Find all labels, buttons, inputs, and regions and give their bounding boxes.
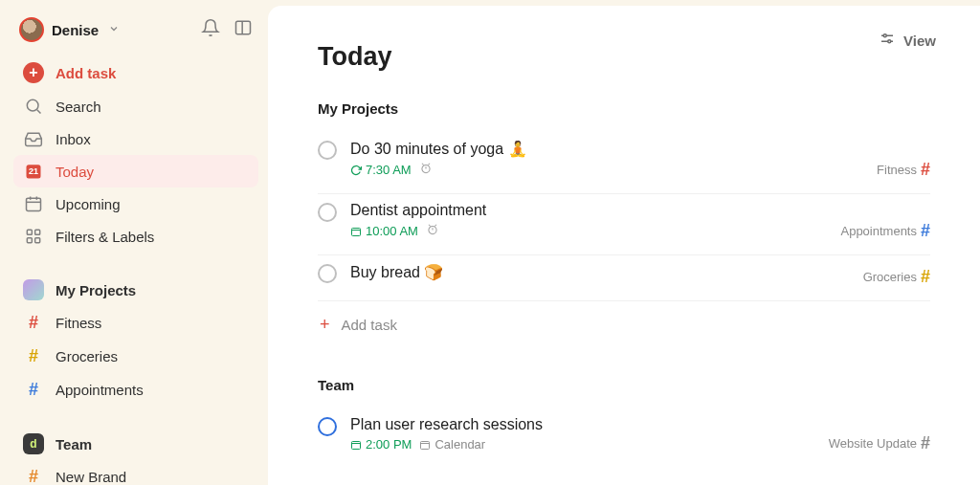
avatar: [19, 17, 44, 42]
sidebar-item-inbox[interactable]: Inbox: [13, 122, 258, 155]
view-label: View: [903, 33, 936, 49]
task-name: Do 30 minutes of yoga 🧘: [350, 140, 930, 158]
sidebar-item-label: Today: [56, 164, 94, 180]
bell-icon[interactable]: [201, 18, 220, 41]
project-groceries[interactable]: # Groceries: [13, 340, 258, 373]
alarm-icon: [426, 223, 439, 239]
task-checkbox[interactable]: [318, 417, 337, 436]
task-name: Dentist appointment: [350, 202, 930, 219]
task-group-team: Team Plan user research sessions 2:00 PM…: [318, 377, 930, 467]
link-icon: [419, 439, 431, 451]
sidebar-item-upcoming[interactable]: Upcoming: [13, 187, 258, 220]
sidebar-projects-section: My Projects # Fitness # Groceries # Appo…: [13, 274, 258, 407]
search-icon: [23, 97, 44, 116]
svg-point-17: [422, 165, 430, 173]
task-checkbox[interactable]: [318, 203, 337, 222]
sidebar-item-label: Filters & Labels: [56, 229, 154, 245]
add-task-inline[interactable]: + Add task: [318, 301, 930, 348]
group-title: My Projects: [318, 100, 930, 117]
header-icons: [201, 18, 253, 41]
user-name: Denise: [52, 22, 99, 38]
task-group-my-projects: My Projects Do 30 minutes of yoga 🧘 7:30…: [318, 100, 930, 348]
task-meta: 7:30 AM: [350, 162, 930, 178]
svg-rect-0: [236, 21, 251, 33]
hash-icon: #: [921, 221, 930, 241]
sidebar-item-label: Upcoming: [56, 196, 121, 212]
projects-header[interactable]: My Projects: [13, 274, 258, 306]
view-button[interactable]: View: [879, 31, 936, 51]
project-fitness[interactable]: # Fitness: [13, 306, 258, 340]
hash-icon: #: [921, 267, 930, 287]
svg-rect-21: [352, 228, 361, 235]
task-row[interactable]: Buy bread 🍞 Groceries #: [318, 255, 930, 301]
grid-icon: [23, 227, 44, 246]
sidebar-item-label: Inbox: [56, 131, 91, 147]
calendar-today-icon: 21: [24, 162, 43, 181]
calendar-small-icon: [350, 226, 362, 237]
user-menu[interactable]: Denise: [19, 17, 120, 42]
group-title: Team: [318, 377, 930, 393]
svg-line-19: [422, 164, 424, 165]
svg-line-26: [434, 225, 436, 227]
project-label: Fitness: [56, 315, 101, 331]
svg-rect-27: [352, 441, 361, 449]
alarm-icon: [419, 162, 433, 178]
sidebar-item-filters[interactable]: Filters & Labels: [13, 220, 258, 253]
add-task-button[interactable]: + Add task: [13, 55, 258, 90]
recurring-icon: [350, 165, 362, 176]
project-label: Appointments: [56, 382, 144, 398]
svg-point-2: [27, 99, 38, 111]
svg-rect-29: [421, 441, 430, 449]
task-name: Buy bread 🍞: [350, 263, 930, 281]
project-label: Groceries: [56, 348, 118, 364]
calendar-icon: [23, 194, 44, 213]
task-row[interactable]: Plan user research sessions 2:00 PM Cale…: [318, 408, 930, 467]
sidebar-item-today[interactable]: 21 Today: [13, 155, 258, 187]
chevron-down-icon: [108, 21, 120, 38]
task-time: 2:00 PM: [350, 437, 412, 452]
svg-line-20: [428, 164, 430, 165]
plus-circle-icon: +: [23, 62, 44, 83]
sidebar-team-section: d Team # New Brand # Website Update: [13, 428, 258, 485]
svg-rect-5: [27, 198, 41, 210]
hash-icon: #: [29, 467, 38, 485]
svg-rect-9: [27, 230, 32, 234]
hash-icon: #: [29, 346, 38, 366]
team-header-label: Team: [56, 436, 92, 452]
svg-rect-11: [27, 238, 32, 243]
svg-line-3: [37, 110, 41, 114]
projects-badge-icon: [23, 279, 44, 300]
sidebar-header: Denise: [13, 13, 258, 55]
task-project-tag[interactable]: Appointments #: [840, 221, 930, 241]
sidebar-item-search[interactable]: Search: [13, 90, 258, 122]
svg-point-14: [883, 34, 886, 37]
panel-toggle-icon[interactable]: [234, 18, 253, 41]
project-appointments[interactable]: # Appointments: [13, 373, 258, 407]
svg-rect-12: [35, 238, 40, 243]
task-body: Do 30 minutes of yoga 🧘 7:30 AM: [350, 140, 930, 178]
task-time: 10:00 AM: [350, 224, 418, 238]
calendar-small-icon: [350, 439, 362, 451]
project-label: New Brand: [56, 469, 126, 485]
calendar-link[interactable]: Calendar: [419, 437, 485, 452]
inbox-icon: [23, 129, 44, 148]
sliders-icon: [879, 31, 896, 51]
svg-point-16: [888, 40, 891, 43]
add-task-label: Add task: [342, 317, 397, 333]
task-row[interactable]: Dentist appointment 10:00 AM Appointment…: [318, 194, 930, 255]
hash-icon: #: [29, 313, 38, 333]
sidebar-item-label: Search: [56, 99, 101, 115]
task-project-tag[interactable]: Groceries #: [863, 267, 930, 287]
projects-header-label: My Projects: [56, 282, 136, 298]
task-row[interactable]: Do 30 minutes of yoga 🧘 7:30 AM Fitness …: [318, 132, 930, 194]
hash-icon: #: [921, 433, 930, 453]
add-task-label: Add task: [56, 65, 116, 81]
task-checkbox[interactable]: [318, 141, 337, 160]
team-header[interactable]: d Team: [13, 428, 258, 460]
task-body: Buy bread 🍞: [350, 263, 930, 285]
task-project-tag[interactable]: Website Update #: [829, 433, 930, 453]
task-checkbox[interactable]: [318, 264, 337, 283]
task-project-tag[interactable]: Fitness #: [877, 160, 930, 180]
team-project-new-brand[interactable]: # New Brand: [13, 460, 258, 485]
hash-icon: #: [921, 160, 930, 180]
